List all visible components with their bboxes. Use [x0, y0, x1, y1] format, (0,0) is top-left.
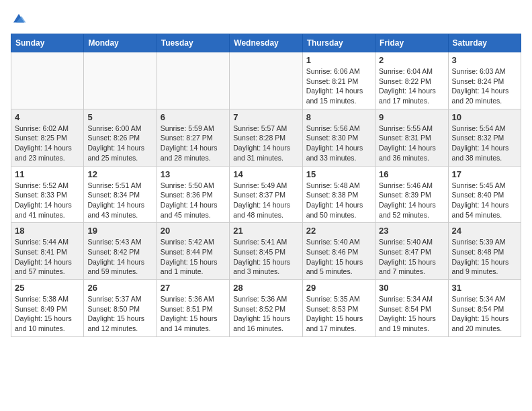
- cell-text: Sunrise: 5:59 AM Sunset: 8:27 PM Dayligh…: [161, 124, 226, 163]
- day-number: 9: [379, 112, 444, 122]
- calendar-week-row: 4Sunrise: 6:02 AM Sunset: 8:25 PM Daylig…: [11, 109, 521, 166]
- cell-text: Sunrise: 6:06 AM Sunset: 8:21 PM Dayligh…: [306, 66, 371, 106]
- calendar-cell: 26Sunrise: 5:37 AM Sunset: 8:50 PM Dayli…: [84, 280, 157, 337]
- day-header-thursday: Thursday: [302, 34, 375, 52]
- page-header: [11, 11, 521, 27]
- calendar-cell: 24Sunrise: 5:39 AM Sunset: 8:48 PM Dayli…: [448, 223, 521, 280]
- calendar-cell: 17Sunrise: 5:45 AM Sunset: 8:40 PM Dayli…: [448, 166, 521, 223]
- calendar-week-row: 25Sunrise: 5:38 AM Sunset: 8:49 PM Dayli…: [11, 280, 521, 337]
- cell-text: Sunrise: 5:44 AM Sunset: 8:41 PM Dayligh…: [15, 237, 80, 277]
- day-number: 7: [233, 112, 298, 122]
- cell-text: Sunrise: 5:45 AM Sunset: 8:40 PM Dayligh…: [452, 181, 517, 220]
- cell-text: Sunrise: 5:40 AM Sunset: 8:47 PM Dayligh…: [379, 237, 444, 277]
- day-number: 8: [306, 112, 371, 122]
- cell-text: Sunrise: 5:34 AM Sunset: 8:54 PM Dayligh…: [379, 294, 444, 334]
- cell-text: Sunrise: 5:36 AM Sunset: 8:51 PM Dayligh…: [161, 294, 226, 334]
- cell-text: Sunrise: 5:50 AM Sunset: 8:36 PM Dayligh…: [161, 181, 226, 220]
- calendar-cell: 14Sunrise: 5:49 AM Sunset: 8:37 PM Dayli…: [230, 166, 302, 223]
- day-number: 21: [233, 226, 298, 236]
- day-number: 15: [306, 169, 371, 179]
- day-number: 24: [452, 226, 517, 236]
- cell-text: Sunrise: 5:37 AM Sunset: 8:50 PM Dayligh…: [87, 294, 152, 334]
- cell-text: Sunrise: 5:52 AM Sunset: 8:33 PM Dayligh…: [15, 181, 80, 220]
- day-number: 17: [452, 169, 517, 179]
- day-number: 29: [306, 283, 371, 293]
- cell-text: Sunrise: 6:00 AM Sunset: 8:26 PM Dayligh…: [87, 124, 152, 163]
- day-number: 11: [15, 169, 80, 179]
- day-number: 13: [161, 169, 226, 179]
- day-number: 28: [233, 283, 298, 293]
- calendar-cell: 27Sunrise: 5:36 AM Sunset: 8:51 PM Dayli…: [157, 280, 229, 337]
- calendar-cell: 25Sunrise: 5:38 AM Sunset: 8:49 PM Dayli…: [11, 280, 84, 337]
- calendar-cell: 18Sunrise: 5:44 AM Sunset: 8:41 PM Dayli…: [11, 223, 84, 280]
- calendar-cell: [230, 52, 302, 109]
- calendar-cell: [11, 52, 84, 109]
- cell-text: Sunrise: 5:42 AM Sunset: 8:44 PM Dayligh…: [161, 237, 226, 277]
- calendar-table: SundayMondayTuesdayWednesdayThursdayFrid…: [11, 34, 521, 337]
- calendar-cell: 10Sunrise: 5:54 AM Sunset: 8:32 PM Dayli…: [448, 109, 521, 166]
- calendar-cell: 20Sunrise: 5:42 AM Sunset: 8:44 PM Dayli…: [157, 223, 229, 280]
- day-number: 6: [161, 112, 226, 122]
- day-number: 1: [306, 55, 371, 65]
- day-number: 31: [452, 283, 517, 293]
- day-number: 2: [379, 55, 444, 65]
- cell-text: Sunrise: 5:40 AM Sunset: 8:46 PM Dayligh…: [306, 237, 371, 277]
- calendar-cell: [84, 52, 157, 109]
- day-number: 19: [87, 226, 152, 236]
- cell-text: Sunrise: 5:36 AM Sunset: 8:52 PM Dayligh…: [233, 294, 298, 334]
- cell-text: Sunrise: 5:54 AM Sunset: 8:32 PM Dayligh…: [452, 124, 517, 163]
- calendar-cell: 9Sunrise: 5:55 AM Sunset: 8:31 PM Daylig…: [375, 109, 448, 166]
- calendar-cell: 3Sunrise: 6:03 AM Sunset: 8:24 PM Daylig…: [448, 52, 521, 109]
- cell-text: Sunrise: 5:38 AM Sunset: 8:49 PM Dayligh…: [15, 294, 80, 334]
- day-header-monday: Monday: [84, 34, 157, 52]
- calendar-cell: 15Sunrise: 5:48 AM Sunset: 8:38 PM Dayli…: [302, 166, 375, 223]
- calendar-body: 1Sunrise: 6:06 AM Sunset: 8:21 PM Daylig…: [11, 52, 521, 337]
- calendar-cell: 8Sunrise: 5:56 AM Sunset: 8:30 PM Daylig…: [302, 109, 375, 166]
- day-number: 12: [87, 169, 152, 179]
- calendar-header-row: SundayMondayTuesdayWednesdayThursdayFrid…: [11, 34, 521, 52]
- logo-icon: [11, 11, 27, 27]
- day-number: 14: [233, 169, 298, 179]
- calendar-week-row: 1Sunrise: 6:06 AM Sunset: 8:21 PM Daylig…: [11, 52, 521, 109]
- calendar-cell: 13Sunrise: 5:50 AM Sunset: 8:36 PM Dayli…: [157, 166, 229, 223]
- calendar-cell: 4Sunrise: 6:02 AM Sunset: 8:25 PM Daylig…: [11, 109, 84, 166]
- calendar-cell: 28Sunrise: 5:36 AM Sunset: 8:52 PM Dayli…: [230, 280, 302, 337]
- calendar-cell: 12Sunrise: 5:51 AM Sunset: 8:34 PM Dayli…: [84, 166, 157, 223]
- calendar-cell: 30Sunrise: 5:34 AM Sunset: 8:54 PM Dayli…: [375, 280, 448, 337]
- calendar-cell: 31Sunrise: 5:34 AM Sunset: 8:54 PM Dayli…: [448, 280, 521, 337]
- day-number: 23: [379, 226, 444, 236]
- day-number: 18: [15, 226, 80, 236]
- calendar-week-row: 18Sunrise: 5:44 AM Sunset: 8:41 PM Dayli…: [11, 223, 521, 280]
- cell-text: Sunrise: 5:51 AM Sunset: 8:34 PM Dayligh…: [87, 181, 152, 220]
- day-number: 22: [306, 226, 371, 236]
- day-header-sunday: Sunday: [11, 34, 84, 52]
- calendar-cell: 1Sunrise: 6:06 AM Sunset: 8:21 PM Daylig…: [302, 52, 375, 109]
- day-number: 27: [161, 283, 226, 293]
- cell-text: Sunrise: 5:48 AM Sunset: 8:38 PM Dayligh…: [306, 181, 371, 220]
- cell-text: Sunrise: 6:02 AM Sunset: 8:25 PM Dayligh…: [15, 124, 80, 163]
- calendar-cell: 6Sunrise: 5:59 AM Sunset: 8:27 PM Daylig…: [157, 109, 229, 166]
- day-header-wednesday: Wednesday: [230, 34, 302, 52]
- calendar-cell: [157, 52, 229, 109]
- day-number: 25: [15, 283, 80, 293]
- day-number: 20: [161, 226, 226, 236]
- cell-text: Sunrise: 5:46 AM Sunset: 8:39 PM Dayligh…: [379, 181, 444, 220]
- calendar-cell: 21Sunrise: 5:41 AM Sunset: 8:45 PM Dayli…: [230, 223, 302, 280]
- day-header-friday: Friday: [375, 34, 448, 52]
- calendar-cell: 5Sunrise: 6:00 AM Sunset: 8:26 PM Daylig…: [84, 109, 157, 166]
- cell-text: Sunrise: 5:49 AM Sunset: 8:37 PM Dayligh…: [233, 181, 298, 220]
- cell-text: Sunrise: 5:55 AM Sunset: 8:31 PM Dayligh…: [379, 124, 444, 163]
- calendar-cell: 23Sunrise: 5:40 AM Sunset: 8:47 PM Dayli…: [375, 223, 448, 280]
- cell-text: Sunrise: 5:56 AM Sunset: 8:30 PM Dayligh…: [306, 124, 371, 163]
- day-number: 10: [452, 112, 517, 122]
- day-header-saturday: Saturday: [448, 34, 521, 52]
- calendar-cell: 16Sunrise: 5:46 AM Sunset: 8:39 PM Dayli…: [375, 166, 448, 223]
- calendar-week-row: 11Sunrise: 5:52 AM Sunset: 8:33 PM Dayli…: [11, 166, 521, 223]
- calendar-cell: 11Sunrise: 5:52 AM Sunset: 8:33 PM Dayli…: [11, 166, 84, 223]
- day-number: 16: [379, 169, 444, 179]
- day-header-tuesday: Tuesday: [157, 34, 229, 52]
- day-number: 3: [452, 55, 517, 65]
- cell-text: Sunrise: 6:04 AM Sunset: 8:22 PM Dayligh…: [379, 66, 444, 106]
- cell-text: Sunrise: 5:41 AM Sunset: 8:45 PM Dayligh…: [233, 237, 298, 277]
- cell-text: Sunrise: 5:39 AM Sunset: 8:48 PM Dayligh…: [452, 237, 517, 277]
